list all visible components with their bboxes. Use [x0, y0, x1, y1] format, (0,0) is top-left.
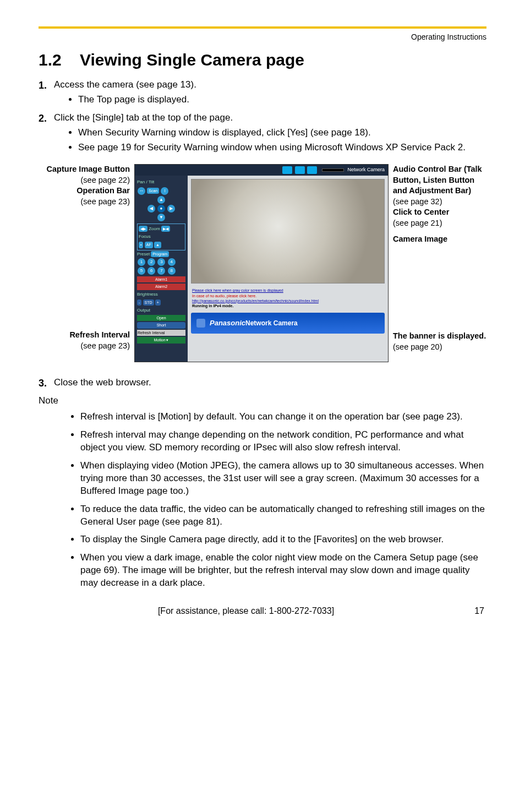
section-title-text: Viewing Single Camera page [80, 51, 304, 69]
annotated-figure: Capture Image Button (see page 22) Opera… [39, 164, 486, 362]
banner-text: Network Camera [245, 319, 298, 328]
callout-ref: (see page 23) [39, 197, 130, 208]
refresh-interval-label: Refresh Interval [137, 330, 185, 336]
audio-help-link[interactable]: http://panasonic.co.jp/pcc/products/en/n… [192, 298, 384, 303]
program-button[interactable]: Program [151, 251, 169, 257]
header-rule [39, 26, 486, 29]
volume-slider[interactable] [322, 168, 344, 172]
talk-icon[interactable] [295, 166, 305, 174]
callout-ref: (see page 32) [393, 197, 486, 208]
callout-refresh-interval: Refresh Interval [39, 330, 130, 341]
callout-operation-bar: Operation Bar [39, 186, 130, 197]
focus-far-button[interactable]: ▲ [154, 242, 161, 248]
callout-ref: (see page 23) [39, 341, 130, 352]
ipv4-status: Running in IPv4 mode. [192, 303, 384, 308]
brightness-minus[interactable]: - [137, 299, 141, 306]
pan-tilt-label: Pan / Tilt [137, 179, 185, 186]
capture-icon[interactable] [282, 166, 292, 174]
step-number: 3. [39, 377, 47, 390]
pan-right-button[interactable]: ▶ [167, 205, 175, 212]
note-heading: Note [39, 395, 486, 407]
step-number: 2. [39, 112, 47, 125]
refresh-interval-select[interactable]: Motion ▾ [137, 337, 185, 343]
brightness-std[interactable]: STD [143, 299, 154, 306]
page-number: 17 [451, 605, 484, 617]
tilt-down-button[interactable]: ▼ [157, 214, 165, 221]
preset-label: Preset [137, 252, 150, 257]
step-2: 2. Click the [Single] tab at the top of … [54, 112, 486, 154]
tilt-up-button[interactable]: ▲ [157, 196, 165, 204]
preset-6[interactable]: 6 [147, 267, 155, 275]
callout-banner: The banner is displayed. [393, 331, 486, 342]
preset-7[interactable]: 7 [157, 267, 165, 275]
step-sub: When Security Warning window is displaye… [78, 127, 486, 139]
mock-title: Network Camera [347, 167, 385, 172]
note-item: When displaying video (Motion JPEG), the… [80, 460, 486, 498]
step-3: 3. Close the web browser. [54, 377, 486, 389]
step-text: Access the camera (see page 13). [54, 79, 196, 90]
banner-brand: Panasonic [210, 318, 245, 328]
callout-ref: (see page 20) [393, 342, 486, 353]
note-item: To display the Single Camera page direct… [80, 533, 486, 546]
output-open[interactable]: Open [137, 315, 185, 321]
callout-capture-image: Capture Image Button [39, 164, 130, 175]
step-text: Click the [Single] tab at the top of the… [54, 112, 233, 123]
running-header: Operating Instructions [39, 32, 486, 42]
note-item: To reduce the data traffic, the video ca… [80, 503, 486, 528]
preset-4[interactable]: 4 [168, 258, 176, 266]
preset-8[interactable]: 8 [168, 267, 176, 275]
home-button[interactable]: ● [157, 205, 165, 212]
callout-click-center: Click to Center [393, 207, 486, 218]
step-number: 1. [39, 79, 47, 92]
output-short[interactable]: Short [137, 322, 185, 328]
alarm1-button[interactable]: Alarm1 [137, 276, 185, 282]
focus-near-button[interactable]: ▪ [139, 242, 143, 248]
preset-1[interactable]: 1 [138, 258, 145, 266]
preset-5[interactable]: 5 [138, 267, 145, 275]
callout-audio-bar: Audio Control Bar (Talk Button, Listen B… [393, 164, 486, 197]
preset-2[interactable]: 2 [147, 258, 155, 266]
step-1: 1. Access the camera (see page 13). The … [54, 79, 486, 106]
zoom-wide-button[interactable]: ◀▶ [139, 226, 147, 232]
step-sub: See page 19 for Security Warning window … [78, 141, 486, 154]
scan-up-button[interactable]: ↕ [161, 187, 168, 195]
af-button[interactable]: AF [145, 242, 153, 248]
callout-ref: (see page 21) [393, 218, 486, 229]
brightness-label: Brightness [137, 292, 185, 298]
section-number: 1.2 [39, 51, 62, 69]
banner[interactable]: Panasonic Network Camera [191, 313, 385, 334]
step-sub: The Top page is displayed. [78, 94, 486, 106]
pan-left-button[interactable]: ◀ [147, 205, 155, 212]
footer-assist: [For assistance, please call: 1-800-272-… [41, 605, 451, 617]
gray-screen-link[interactable]: Please click here when gray color screen… [192, 288, 384, 293]
note-item: Refresh interval is [Motion] by default.… [80, 411, 486, 423]
callout-ref: (see page 22) [39, 175, 130, 186]
note-item: Refresh interval may change depending on… [80, 429, 486, 454]
banner-icon [196, 319, 205, 328]
preset-3[interactable]: 3 [157, 258, 165, 266]
brightness-plus[interactable]: + [155, 299, 161, 306]
scan-button[interactable]: Scan [147, 188, 159, 194]
operation-bar-panel: Pan / Tilt ↔ Scan ↕ ▲ ◀ ● ▶ ▼ ◀▶ [135, 176, 188, 362]
no-audio-text: In case of no audio, please click here. [192, 294, 256, 298]
zoom-tele-button[interactable]: ▶◀ [161, 226, 170, 232]
step-text: Close the web browser. [54, 377, 151, 388]
scan-left-button[interactable]: ↔ [138, 187, 145, 195]
camera-image[interactable] [191, 179, 385, 284]
output-label: Output [137, 308, 185, 314]
screenshot-mock: Network Camera Pan / Tilt ↔ Scan ↕ ▲ ◀ ●… [134, 164, 389, 362]
alarm2-button[interactable]: Alarm2 [137, 284, 185, 290]
zoom-label: Zoom [149, 226, 160, 231]
callout-camera-image: Camera Image [393, 234, 486, 245]
note-item: When you view a dark image, enable the c… [80, 552, 486, 590]
listen-icon[interactable] [307, 166, 317, 174]
section-heading: 1.2 Viewing Single Camera page [39, 49, 486, 72]
focus-label: Focus [139, 234, 184, 240]
